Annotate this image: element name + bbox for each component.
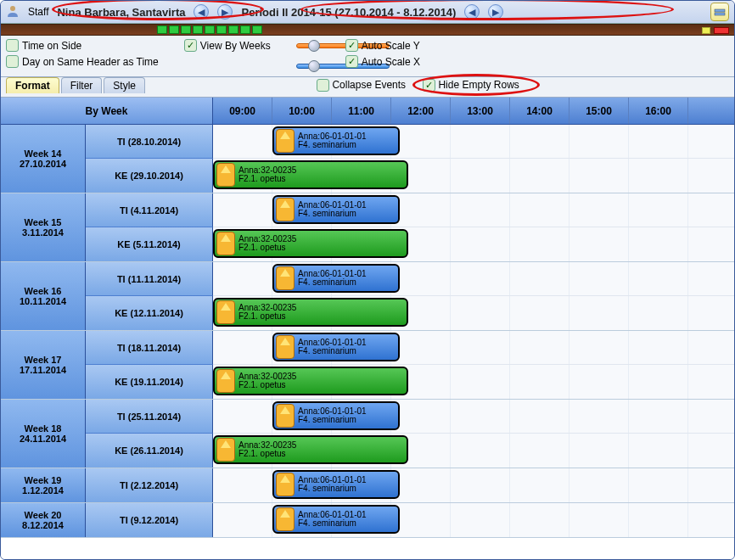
options-panel: ✓ Time on Side ✓ Day on Same Header as T… <box>1 36 734 77</box>
week-label: Week 1717.11.2014 <box>1 331 86 399</box>
day-cell[interactable]: KE (5.11.2014) <box>86 227 213 261</box>
warning-icon <box>276 266 295 290</box>
warning-icon <box>276 129 295 153</box>
object-name[interactable]: Nina Barbara, Santavirta <box>57 6 185 19</box>
event-sub: F2.1. opetus <box>238 312 296 322</box>
slot-row: Anna:06-01-01-01F4. seminarium <box>213 468 734 502</box>
checkbox-icon: ✓ <box>345 55 358 68</box>
week-label: Week 1427.10.2014 <box>1 125 86 193</box>
next-period-button[interactable]: ▶ <box>488 4 503 20</box>
checkbox-icon: ✓ <box>423 79 435 92</box>
event-opetus[interactable]: Anna:32-00235F2.1. opetus <box>213 160 408 189</box>
hour-header: 11:00 <box>332 98 391 124</box>
event-opetus[interactable]: Anna:32-00235F2.1. opetus <box>213 298 408 327</box>
orange-slider[interactable] <box>296 39 320 53</box>
svg-point-0 <box>10 6 15 11</box>
day-cell[interactable]: KE (12.11.2014) <box>86 296 213 330</box>
time-on-side-option[interactable]: ✓ Time on Side <box>6 39 159 52</box>
day-cell[interactable]: TI (4.11.2014) <box>86 193 213 227</box>
tab-filter[interactable]: Filter <box>61 77 103 93</box>
period-label[interactable]: Periodi II 2014-15 (27.10.2014 - 8.12.20… <box>241 6 456 19</box>
warning-icon <box>216 163 235 187</box>
event-sub: F4. seminarium <box>298 278 367 288</box>
svg-rect-2 <box>715 13 725 15</box>
next-object-button[interactable]: ▶ <box>217 4 233 20</box>
hour-header: 14:00 <box>510 98 569 124</box>
event-opetus[interactable]: Anna:32-00235F2.1. opetus <box>213 229 408 258</box>
tab-format[interactable]: Format <box>6 77 59 93</box>
hide-empty-rows-option[interactable]: ✓ Hide Empty Rows <box>423 79 519 92</box>
warning-icon <box>276 404 295 428</box>
tab-style[interactable]: Style <box>104 77 145 93</box>
warning-icon <box>276 198 295 221</box>
event-seminarium[interactable]: Anna:06-01-01-01F4. seminarium <box>272 505 400 534</box>
hour-header: 13:00 <box>451 98 510 124</box>
hour-header: 16:00 <box>629 98 688 124</box>
warning-icon <box>276 507 295 531</box>
hour-header: 15:00 <box>569 98 629 124</box>
event-opetus[interactable]: Anna:32-00235F2.1. opetus <box>213 367 408 395</box>
event-sub: F4. seminarium <box>298 210 367 219</box>
slot-row: Anna:06-01-01-01F4. seminarium <box>213 125 734 159</box>
event-sub: F4. seminarium <box>298 484 367 494</box>
prev-object-button[interactable]: ◀ <box>194 4 209 20</box>
event-sub: F2.1. opetus <box>238 381 296 390</box>
week-label: Week 153.11.2014 <box>1 193 86 261</box>
event-sub: F4. seminarium <box>298 141 367 150</box>
day-cell[interactable]: TI (2.12.2014) <box>86 468 213 502</box>
event-seminarium[interactable]: Anna:06-01-01-01F4. seminarium <box>272 264 400 293</box>
view-by-weeks-option[interactable]: ✓ View By Weeks <box>184 39 271 52</box>
day-cell[interactable]: KE (29.10.2014) <box>86 159 213 193</box>
timetable-header: By Week 09:0010:0011:0012:0013:0014:0015… <box>1 98 734 125</box>
day-cell[interactable]: TI (25.11.2014) <box>86 400 213 434</box>
slot-row: Anna:06-01-01-01F4. seminarium <box>213 503 734 537</box>
slot-row: Anna:32-00235F2.1. opetus <box>213 365 734 399</box>
auto-scale-y-option[interactable]: ✓ Auto Scale Y <box>345 39 420 52</box>
day-cell[interactable]: KE (26.11.2014) <box>86 434 213 468</box>
warning-icon <box>216 369 235 393</box>
slot-row: Anna:32-00235F2.1. opetus <box>213 296 734 330</box>
day-cell[interactable]: TI (9.12.2014) <box>86 503 213 537</box>
slot-row: Anna:06-01-01-01F4. seminarium <box>213 262 734 296</box>
checkbox-icon: ✓ <box>6 39 19 52</box>
day-cell[interactable]: TI (11.11.2014) <box>86 262 213 296</box>
event-sub: F2.1. opetus <box>238 244 296 253</box>
slot-row: Anna:32-00235F2.1. opetus <box>213 434 734 468</box>
warning-icon <box>216 232 235 255</box>
event-seminarium[interactable]: Anna:06-01-01-01F4. seminarium <box>272 195 400 224</box>
event-sub: F2.1. opetus <box>238 175 296 184</box>
checkbox-icon: ✓ <box>6 55 19 68</box>
warning-icon <box>216 300 235 324</box>
slot-row: Anna:06-01-01-01F4. seminarium <box>213 331 734 365</box>
event-sub: F4. seminarium <box>298 416 367 425</box>
event-seminarium[interactable]: Anna:06-01-01-01F4. seminarium <box>272 470 400 499</box>
expand-button[interactable] <box>710 3 729 21</box>
day-same-header-option[interactable]: ✓ Day on Same Header as Time <box>6 55 159 68</box>
warning-icon <box>216 438 235 462</box>
blue-slider[interactable] <box>296 59 320 73</box>
slot-row: Anna:32-00235F2.1. opetus <box>213 227 734 261</box>
event-seminarium[interactable]: Anna:06-01-01-01F4. seminarium <box>272 126 400 155</box>
event-seminarium[interactable]: Anna:06-01-01-01F4. seminarium <box>272 401 400 430</box>
object-type-label: Staff <box>28 6 48 18</box>
hour-header: 10:00 <box>272 98 332 124</box>
event-sub: F4. seminarium <box>298 347 367 356</box>
warning-icon <box>276 335 295 359</box>
day-cell[interactable]: TI (18.11.2014) <box>86 331 213 365</box>
checkbox-icon: ✓ <box>317 79 329 92</box>
event-sub: F2.1. opetus <box>238 450 296 459</box>
event-seminarium[interactable]: Anna:06-01-01-01F4. seminarium <box>272 333 400 361</box>
week-label: Week 1610.11.2014 <box>1 262 86 330</box>
prev-period-button[interactable]: ◀ <box>464 4 480 20</box>
slot-row: Anna:06-01-01-01F4. seminarium <box>213 193 734 227</box>
warning-icon <box>276 473 295 496</box>
week-label: Week 1824.11.2014 <box>1 400 86 468</box>
event-opetus[interactable]: Anna:32-00235F2.1. opetus <box>213 435 408 464</box>
auto-scale-x-option[interactable]: ✓ Auto Scale X <box>345 55 420 68</box>
collapse-events-option[interactable]: ✓ Collapse Events <box>317 79 406 92</box>
week-label: Week 191.12.2014 <box>1 468 86 502</box>
day-cell[interactable]: TI (28.10.2014) <box>86 125 213 159</box>
slot-row: Anna:06-01-01-01F4. seminarium <box>213 400 734 434</box>
event-sub: F4. seminarium <box>298 519 367 529</box>
day-cell[interactable]: KE (19.11.2014) <box>86 365 213 399</box>
